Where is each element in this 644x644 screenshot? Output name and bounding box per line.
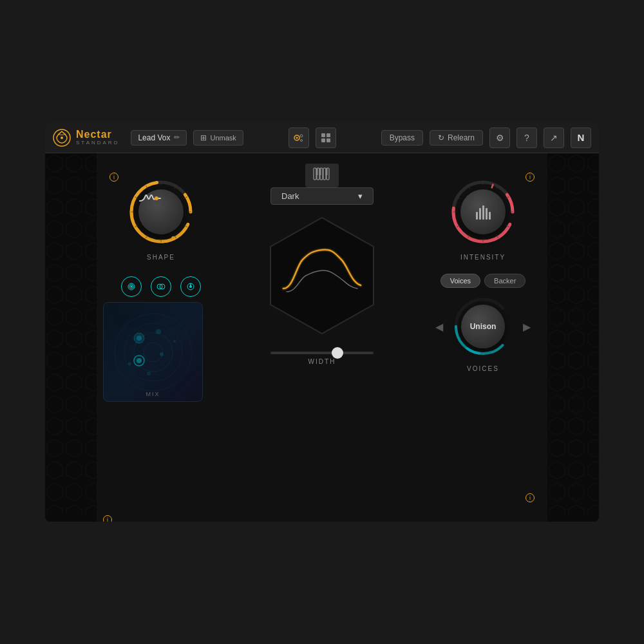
voices-label: VOICES xyxy=(467,365,499,372)
left-side-panel xyxy=(45,153,97,522)
relearn-label: Relearn xyxy=(448,133,475,142)
rings-icon xyxy=(127,282,136,291)
voices-next-arrow[interactable]: ▶ xyxy=(520,318,533,336)
width-slider-thumb[interactable] xyxy=(332,347,343,359)
corner-icon-tr[interactable]: i xyxy=(526,173,535,182)
nectar-logo-icon xyxy=(53,129,71,147)
grid-icon xyxy=(320,132,332,144)
preset-name: Lead Vox xyxy=(138,133,170,142)
svg-point-46 xyxy=(173,340,176,343)
svg-point-44 xyxy=(128,363,131,366)
bypass-label: Bypass xyxy=(390,133,415,142)
svg-point-36 xyxy=(115,314,192,391)
header-bar: Nectar Standard Lead Vox ✏ ⊞ Unmask xyxy=(45,122,599,153)
grid-nav-icon[interactable] xyxy=(316,128,336,148)
svg-rect-56 xyxy=(319,168,321,175)
edit-preset-icon: ✏ xyxy=(174,133,180,142)
svg-point-1 xyxy=(61,137,63,139)
corner-icon-bl[interactable]: i xyxy=(103,515,112,522)
right-side-panel xyxy=(547,153,599,522)
svg-point-3 xyxy=(296,137,298,138)
intensity-label-svg: Intensity xyxy=(108,332,115,370)
unmask-button[interactable]: ⊞ Unmask xyxy=(193,130,243,146)
bubble-nav-icon[interactable] xyxy=(289,128,309,148)
icon-btn-1[interactable] xyxy=(121,276,142,297)
voices-knob[interactable]: Unison xyxy=(461,305,505,348)
svg-rect-8 xyxy=(321,138,325,142)
unmask-icon: ⊞ xyxy=(200,133,207,142)
intensity-knob-ring[interactable] xyxy=(448,176,518,247)
voices-tabs: Voices Backer xyxy=(440,274,526,288)
svg-rect-57 xyxy=(326,168,328,175)
voices-section: Voices Backer ◀ xyxy=(425,274,541,372)
logo-area: Nectar Standard xyxy=(53,129,119,147)
svg-point-41 xyxy=(137,336,142,341)
svg-rect-7 xyxy=(327,133,330,137)
width-control: WIDTH xyxy=(264,352,380,365)
corner-icon-br[interactable]: i xyxy=(526,493,535,502)
right-section: i xyxy=(419,153,547,522)
intensity-bars-icon xyxy=(476,204,491,220)
dial-icon xyxy=(186,282,195,291)
intensity-knob-container: INTENSITY xyxy=(425,176,541,261)
svg-rect-53 xyxy=(323,168,326,180)
svg-marker-58 xyxy=(270,218,374,334)
svg-point-45 xyxy=(147,372,151,375)
svg-rect-6 xyxy=(321,133,325,137)
hex-waveform-svg xyxy=(251,211,393,340)
keyboard-icon-button[interactable] xyxy=(305,164,339,187)
bubble-icon xyxy=(293,132,305,144)
relearn-icon: ↻ xyxy=(438,133,444,142)
shape-waveform-icon xyxy=(138,189,162,205)
relearn-button[interactable]: ↻ Relearn xyxy=(430,130,483,146)
intensity-knob[interactable] xyxy=(460,189,506,234)
svg-point-27 xyxy=(155,196,158,200)
reverb-pad[interactable]: Intensity Mix xyxy=(103,302,203,402)
bypass-button[interactable]: Bypass xyxy=(381,130,423,146)
help-button[interactable]: ? xyxy=(516,128,537,148)
icon-btn-3[interactable] xyxy=(180,276,201,297)
svg-rect-55 xyxy=(316,168,318,175)
svg-rect-77 xyxy=(547,153,599,514)
plugin-window: Nectar Standard Lead Vox ✏ ⊞ Unmask xyxy=(45,122,599,522)
voices-knob-area: ◀ Unison ▶ xyxy=(433,294,533,359)
voices-knob-ring[interactable]: Unison xyxy=(451,294,515,359)
help-icon: ? xyxy=(524,133,529,143)
bottom-icons-row xyxy=(103,276,219,297)
svg-point-43 xyxy=(160,352,164,356)
width-slider-track[interactable] xyxy=(270,352,374,354)
voices-tab[interactable]: Voices xyxy=(440,274,480,288)
shape-knob-container: SHAPE xyxy=(103,176,219,261)
reverb-x-label: Mix xyxy=(146,391,160,397)
hex-pattern-left xyxy=(45,153,97,514)
dropdown-value: Dark xyxy=(281,191,299,201)
plugin-body: i xyxy=(45,153,599,522)
intensity-label: INTENSITY xyxy=(460,254,506,261)
corner-icon-tl[interactable]: i xyxy=(109,173,118,182)
chevron-down-icon: ▾ xyxy=(358,191,363,201)
svg-point-4 xyxy=(300,135,303,137)
width-label: WIDTH xyxy=(308,358,336,365)
style-dropdown[interactable]: Dark ▾ xyxy=(270,187,374,205)
piano-keys-icon xyxy=(313,167,331,180)
preset-selector[interactable]: Lead Vox ✏ xyxy=(131,130,187,146)
shape-knob[interactable] xyxy=(138,189,184,234)
center-section: Dark ▾ xyxy=(225,153,419,522)
hex-visualizer xyxy=(251,211,393,340)
logo-sub: Standard xyxy=(76,140,119,146)
svg-rect-9 xyxy=(327,138,330,142)
shape-knob-ring[interactable] xyxy=(126,176,196,247)
brand-n-button[interactable]: N xyxy=(571,128,591,148)
backer-tab[interactable]: Backer xyxy=(484,274,526,288)
logo-name: Nectar xyxy=(76,129,119,140)
reverb-pad-bg xyxy=(104,303,203,402)
voices-prev-arrow[interactable]: ◀ xyxy=(433,318,446,336)
svg-rect-50 xyxy=(314,168,316,180)
icon-btn-2[interactable] xyxy=(151,276,171,297)
share-icon: ↗ xyxy=(550,133,558,143)
settings-button[interactable]: ⚙ xyxy=(489,128,510,148)
voices-value: Unison xyxy=(470,322,497,331)
share-button[interactable]: ↗ xyxy=(544,128,564,148)
svg-point-34 xyxy=(189,285,192,288)
logo-text: Nectar Standard xyxy=(76,129,119,146)
